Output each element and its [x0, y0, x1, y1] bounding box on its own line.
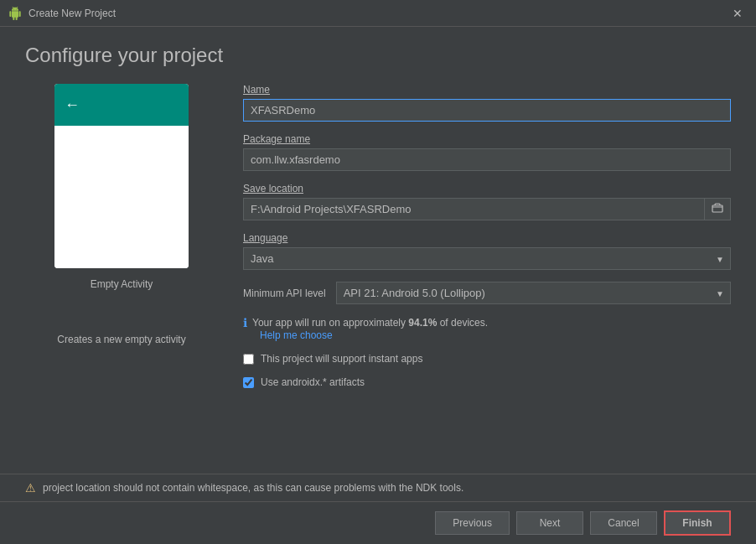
info-icon: ℹ — [243, 316, 247, 329]
instant-apps-checkbox[interactable] — [243, 354, 254, 365]
save-location-input[interactable] — [243, 198, 705, 220]
activity-desc: Creates a new empty activity — [57, 334, 185, 345]
phone-preview: ← — [54, 84, 189, 268]
warning-icon: ⚠ — [25, 481, 36, 495]
api-level-field-group: Minimum API level API 21: Android 5.0 (L… — [243, 282, 731, 304]
left-panel: ← Empty Activity Creates a new empty act… — [25, 84, 218, 465]
android-logo-icon — [8, 7, 22, 20]
info-suffix: of devices. — [437, 317, 488, 329]
language-field-group: Language Java Kotlin ▼ — [243, 232, 731, 270]
save-location-label: Save location — [243, 183, 731, 194]
language-label: Language — [243, 232, 731, 244]
androidx-checkbox-row: Use androidx.* artifacts — [243, 376, 731, 388]
svg-rect-0 — [712, 205, 722, 212]
help-me-choose-link[interactable]: Help me choose — [260, 329, 731, 341]
api-level-select-wrapper: API 21: Android 5.0 (Lollipop) API 23: A… — [336, 282, 731, 304]
browse-button[interactable] — [705, 198, 731, 220]
info-row: ℹ Your app will run on approximately 94.… — [243, 316, 731, 329]
phone-body — [54, 126, 189, 268]
title-bar-title: Create New Project — [28, 8, 116, 19]
language-select-wrapper: Java Kotlin ▼ — [243, 247, 731, 270]
name-field-group: Name — [243, 84, 731, 122]
main-area: ← Empty Activity Creates a new empty act… — [25, 84, 731, 465]
info-prefix: Your app will run on approximately — [252, 317, 408, 329]
right-panel: Name Package name Save location — [243, 84, 731, 465]
instant-apps-checkbox-row: This project will support instant apps — [243, 353, 731, 365]
next-button[interactable]: Next — [516, 511, 583, 535]
back-arrow-icon: ← — [65, 96, 80, 114]
api-level-label: Minimum API level — [243, 288, 326, 299]
phone-header: ← — [54, 84, 189, 126]
dialog-body: Configure your project ← Empty Activity … — [0, 27, 756, 544]
package-name-label: Package name — [243, 133, 731, 145]
androidx-checkbox[interactable] — [243, 377, 254, 388]
info-text: Your app will run on approximately 94.1%… — [252, 317, 488, 329]
finish-button[interactable]: Finish — [664, 510, 731, 536]
save-location-field-group: Save location — [243, 183, 731, 220]
page-title: Configure your project — [25, 44, 731, 67]
warning-bar: ⚠ project location should not contain wh… — [0, 474, 756, 501]
save-location-input-wrapper — [243, 198, 731, 220]
title-bar-left: Create New Project — [8, 7, 116, 20]
cancel-button[interactable]: Cancel — [590, 511, 657, 535]
dialog-content: Configure your project ← Empty Activity … — [0, 27, 756, 474]
api-level-select[interactable]: API 21: Android 5.0 (Lollipop) API 23: A… — [336, 282, 731, 304]
activity-label: Empty Activity — [91, 278, 153, 290]
info-percent: 94.1% — [408, 317, 437, 329]
instant-apps-label: This project will support instant apps — [261, 353, 422, 365]
title-bar: Create New Project ✕ — [0, 0, 756, 27]
api-level-row: Minimum API level API 21: Android 5.0 (L… — [243, 282, 731, 304]
close-button[interactable]: ✕ — [728, 6, 748, 21]
info-section: ℹ Your app will run on approximately 94.… — [243, 316, 731, 341]
bottom-buttons: Previous Next Cancel Finish — [0, 501, 756, 544]
warning-text: project location should not contain whit… — [43, 482, 463, 494]
language-select[interactable]: Java Kotlin — [243, 247, 731, 270]
package-name-field-group: Package name — [243, 133, 731, 171]
name-input[interactable] — [243, 99, 731, 122]
name-label: Name — [243, 84, 731, 96]
previous-button[interactable]: Previous — [435, 511, 510, 535]
package-name-input[interactable] — [243, 148, 731, 171]
androidx-label: Use androidx.* artifacts — [261, 376, 365, 388]
